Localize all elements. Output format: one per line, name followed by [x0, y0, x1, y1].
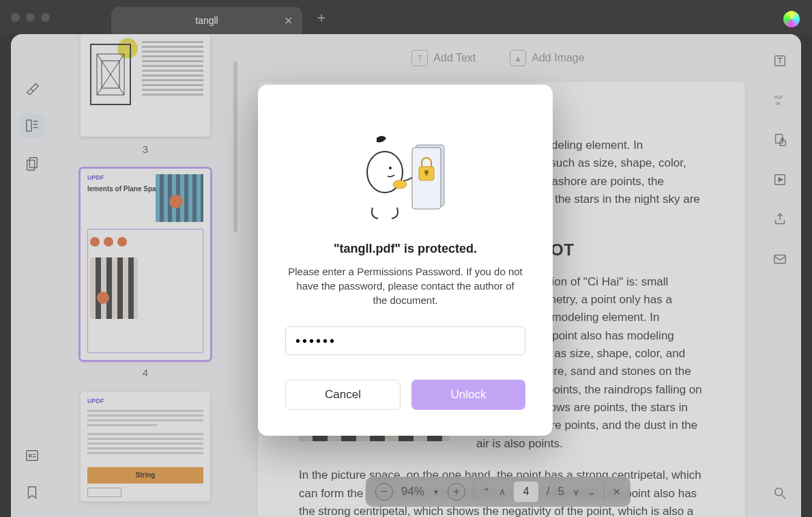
dialog-illustration	[351, 132, 460, 221]
dialog-message: Please enter a Permissions Password. If …	[285, 264, 525, 307]
window-controls	[11, 13, 50, 22]
svg-point-24	[389, 167, 392, 169]
dialog-title: "tangll.pdf" is protected.	[285, 242, 525, 256]
app-logo-icon	[783, 11, 800, 27]
unlock-button[interactable]: Unlock	[411, 380, 525, 410]
tab-label: tangll	[195, 15, 218, 26]
close-tab-icon[interactable]: ✕	[284, 14, 293, 27]
titlebar: tangll ✕ ＋	[0, 0, 812, 34]
maximize-window[interactable]	[41, 13, 50, 22]
add-tab-icon[interactable]: ＋	[315, 8, 328, 27]
svg-point-25	[393, 180, 407, 188]
minimize-window[interactable]	[26, 13, 35, 22]
password-input[interactable]	[285, 326, 525, 355]
password-dialog: "tangll.pdf" is protected. Please enter …	[258, 85, 553, 436]
close-window[interactable]	[11, 13, 20, 22]
cancel-button[interactable]: Cancel	[285, 380, 401, 410]
tab-tangll[interactable]: tangll ✕	[111, 7, 302, 34]
